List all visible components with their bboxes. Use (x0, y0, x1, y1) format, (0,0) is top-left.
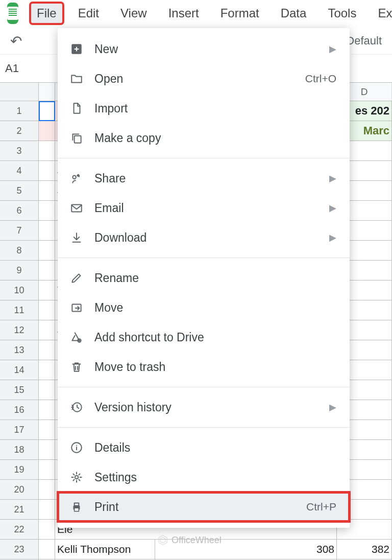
menu-item-label: Settings (94, 471, 336, 484)
menu-tools[interactable]: Tools (322, 3, 362, 24)
cell[interactable] (39, 141, 55, 161)
sheets-logo (7, 3, 18, 24)
row-header[interactable]: 22 (0, 520, 39, 540)
menu-item-version-history[interactable]: Version history▶ (58, 392, 350, 422)
menu-item-label: New (94, 42, 329, 56)
cell[interactable] (39, 221, 55, 241)
menu-item-print[interactable]: PrintCtrl+P (58, 492, 350, 522)
menu-item-share[interactable]: Share▶ (58, 164, 350, 193)
menu-item-label: Version history (94, 401, 329, 414)
cell[interactable] (39, 101, 55, 121)
cell[interactable] (39, 440, 55, 460)
cell[interactable] (39, 380, 55, 400)
row-header[interactable]: 7 (0, 221, 39, 241)
cell[interactable] (39, 500, 55, 520)
move-icon (69, 300, 84, 315)
row-header[interactable]: 16 (0, 400, 39, 420)
drive-icon (69, 330, 84, 345)
undo-button[interactable]: ↶ (10, 33, 22, 50)
name-box[interactable]: A1 (5, 62, 41, 75)
svg-rect-10 (75, 503, 79, 505)
cell[interactable] (39, 360, 55, 380)
row-header[interactable]: 2 (0, 121, 39, 141)
submenu-arrow-icon: ▶ (329, 43, 336, 55)
row-header[interactable]: 4 (0, 161, 39, 181)
cell[interactable] (39, 480, 55, 500)
row-header[interactable]: 6 (0, 201, 39, 221)
cell[interactable] (39, 161, 55, 181)
menu-file[interactable]: File (31, 3, 63, 24)
menu-item-email[interactable]: Email▶ (58, 193, 350, 223)
cell[interactable] (39, 300, 55, 320)
menu-item-label: Move (94, 301, 336, 315)
menu-item-label: Add shortcut to Drive (94, 331, 336, 344)
menu-item-move-to-trash[interactable]: Move to trash (58, 352, 350, 382)
menu-item-add-shortcut-to-drive[interactable]: Add shortcut to Drive (58, 322, 350, 352)
svg-point-8 (75, 476, 79, 479)
mail-icon (69, 200, 84, 216)
menu-bar: FileEditViewInsertFormatDataToolsExtens (31, 3, 392, 24)
cell[interactable] (39, 320, 55, 340)
menu-data[interactable]: Data (275, 3, 313, 24)
menu-item-label: Move to trash (94, 360, 336, 374)
menu-item-rename[interactable]: Rename (58, 263, 350, 293)
cell[interactable] (39, 400, 55, 420)
menu-item-download[interactable]: Download▶ (58, 223, 350, 252)
select-all-corner[interactable] (0, 83, 39, 101)
cell[interactable] (39, 181, 55, 201)
cell[interactable] (39, 281, 55, 300)
row-header[interactable]: 23 (0, 540, 39, 559)
menu-item-new[interactable]: New▶ (58, 34, 350, 64)
menu-item-details[interactable]: Details (58, 433, 350, 462)
title-bar: FileEditViewInsertFormatDataToolsExtens (0, 0, 392, 28)
svg-marker-12 (159, 535, 167, 545)
row-header[interactable]: 9 (0, 261, 39, 281)
cell[interactable] (39, 261, 55, 281)
gear-icon (69, 470, 84, 485)
row-header[interactable]: 19 (0, 460, 39, 480)
col-header-a[interactable] (39, 83, 55, 101)
row-header[interactable]: 12 (0, 320, 39, 340)
cell[interactable] (39, 340, 55, 360)
cell[interactable] (39, 520, 55, 540)
menu-item-label: Email (94, 201, 329, 215)
menu-edit[interactable]: Edit (72, 3, 105, 24)
row-header[interactable]: 18 (0, 440, 39, 460)
cell[interactable] (39, 121, 55, 141)
row-header[interactable]: 15 (0, 380, 39, 400)
download-icon (69, 230, 84, 245)
row-header[interactable]: 17 (0, 420, 39, 440)
cell[interactable]: Kelli Thompson (55, 540, 155, 559)
menu-item-label: Rename (94, 271, 336, 285)
menu-item-make-a-copy[interactable]: Make a copy (58, 123, 350, 153)
menu-format[interactable]: Format (214, 3, 265, 24)
font-default-label[interactable]: Default (346, 34, 382, 48)
menu-item-settings[interactable]: Settings (58, 462, 350, 492)
row-header[interactable]: 3 (0, 141, 39, 161)
menu-item-import[interactable]: Import (58, 94, 350, 123)
row-header[interactable]: 5 (0, 181, 39, 201)
row-header[interactable]: 20 (0, 480, 39, 500)
row-header[interactable]: 13 (0, 340, 39, 360)
menu-item-move[interactable]: Move (58, 293, 350, 322)
menu-insert[interactable]: Insert (162, 3, 205, 24)
submenu-arrow-icon: ▶ (329, 202, 336, 214)
cell[interactable] (39, 540, 55, 559)
cell[interactable] (39, 241, 55, 261)
cell[interactable] (39, 420, 55, 440)
row-header[interactable]: 21 (0, 500, 39, 520)
row-header[interactable]: 1 (0, 101, 39, 121)
menu-item-open[interactable]: OpenCtrl+O (58, 64, 350, 94)
row-header[interactable]: 11 (0, 300, 39, 320)
row-header[interactable]: 14 (0, 360, 39, 380)
pencil-icon (69, 270, 84, 286)
cell[interactable] (39, 460, 55, 480)
menu-extens[interactable]: Extens (372, 3, 392, 24)
row-header[interactable]: 8 (0, 241, 39, 261)
cell[interactable] (39, 201, 55, 221)
menu-item-label: Details (94, 441, 336, 455)
menu-divider (58, 158, 350, 158)
cell[interactable]: 382 (337, 540, 392, 559)
row-header[interactable]: 10 (0, 281, 39, 300)
menu-view[interactable]: View (114, 3, 153, 24)
